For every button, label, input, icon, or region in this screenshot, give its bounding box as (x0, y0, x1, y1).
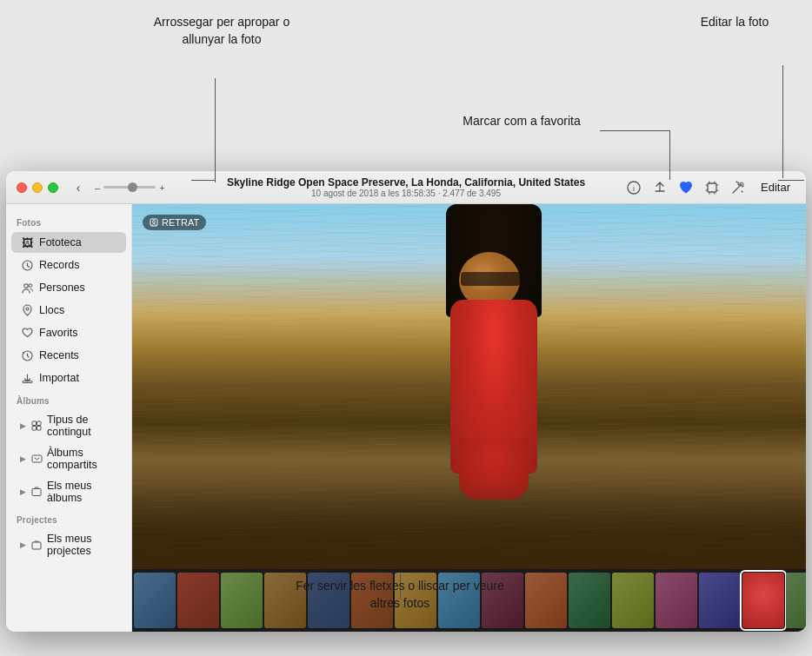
thumbnail-3[interactable] (221, 573, 263, 628)
share-icon[interactable] (651, 179, 669, 196)
sidebar-label-favorits: Favorits (39, 327, 77, 339)
sidebar-label-importat: Importat (39, 372, 79, 384)
sidebar-item-records[interactable]: Records (11, 255, 126, 275)
svg-rect-16 (32, 542, 41, 549)
llocs-icon (20, 303, 34, 317)
zoom-minus-icon[interactable]: – (95, 182, 100, 193)
favorite-icon[interactable] (677, 179, 695, 196)
sidebar-item-compartits[interactable]: ▶ Àlbums compartits (11, 443, 126, 474)
enhance-icon[interactable] (729, 179, 747, 196)
svg-rect-2 (708, 183, 716, 192)
sidebar-label-recents: Recents (39, 349, 79, 361)
photo-subtitle: 10 agost de 2018 a les 18:58:35 · 2.477 … (227, 189, 585, 198)
svg-point-18 (153, 221, 156, 223)
sidebar-item-meus-projectes[interactable]: ▶ Els meus projectes (11, 529, 126, 560)
thumbnail-14[interactable] (699, 573, 741, 628)
records-icon (20, 258, 34, 272)
chevron-icon-tipus: ▶ (20, 421, 26, 430)
sidebar-item-persones[interactable]: Persones (11, 277, 126, 298)
portrait-label: RETRAT (162, 217, 199, 228)
title-bar: ‹ – + Skyline Ridge Open Space Preserve,… (6, 171, 806, 204)
thumbnail-16[interactable] (786, 573, 806, 628)
minimize-button[interactable] (32, 182, 43, 193)
svg-rect-11 (37, 421, 42, 426)
sidebar-item-meus-albums[interactable]: ▶ Els meus àlbums (11, 476, 126, 507)
importat-icon (20, 371, 34, 385)
svg-point-5 (23, 283, 28, 288)
sidebar-section-fotos: Fotos (6, 211, 131, 231)
thumbnail-13[interactable] (656, 573, 697, 628)
photo-info: Skyline Ridge Open Space Preserve, La Ho… (227, 176, 585, 198)
sidebar-item-tipus[interactable]: ▶ Tipus de contingut (11, 410, 126, 441)
edit-button[interactable]: Editar (755, 179, 795, 195)
thumbnail-2[interactable] (177, 573, 219, 628)
sidebar-item-recents[interactable]: Recents (11, 345, 126, 366)
main-content: Fotos 🖼 Fototeca Records Persones (6, 204, 806, 632)
thumbnail-9[interactable] (482, 573, 523, 628)
edit-annotation-label: Editar la foto (678, 14, 791, 31)
main-photo-container[interactable]: RETRAT (132, 204, 806, 569)
portrait-badge: RETRAT (143, 215, 206, 230)
projectes-icon (30, 538, 43, 552)
chevron-icon-meus-albums: ▶ (20, 487, 26, 496)
thumbnail-10[interactable] (525, 573, 567, 628)
thumbnail-5[interactable] (308, 573, 349, 628)
thumbnail-11[interactable] (569, 573, 610, 628)
chevron-icon-projectes: ▶ (20, 540, 26, 549)
thumbnail-strip[interactable] (132, 569, 806, 632)
photo-title: Skyline Ridge Open Space Preserve, La Ho… (227, 176, 585, 189)
meus-albums-icon (30, 485, 43, 499)
thumbnail-12[interactable] (612, 573, 654, 628)
photo-area: RETRAT (132, 204, 806, 632)
back-arrow[interactable]: ‹ (70, 180, 86, 195)
woman-figure (398, 204, 607, 500)
sidebar-label-meus-projectes: Els meus projectes (47, 533, 117, 557)
sidebar-label-llocs: Llocs (39, 304, 64, 316)
zoom-plus-icon[interactable]: + (159, 182, 164, 193)
rotate-crop-icon[interactable] (703, 179, 721, 196)
thumbnail-15[interactable] (742, 573, 784, 628)
svg-rect-13 (37, 427, 42, 431)
chevron-icon-compartits: ▶ (20, 454, 26, 463)
thumbnail-8[interactable] (438, 573, 480, 628)
sidebar: Fotos 🖼 Fototeca Records Persones (6, 204, 132, 632)
sunglasses (461, 272, 520, 286)
tipus-icon (30, 419, 43, 433)
sidebar-section-albums: Àlbums (6, 389, 131, 409)
info-icon[interactable]: i (625, 179, 642, 196)
sidebar-section-projectes: Projectes (6, 508, 131, 528)
svg-rect-12 (32, 427, 37, 431)
thumbnail-1[interactable] (134, 573, 176, 628)
app-window: ‹ – + Skyline Ridge Open Space Preserve,… (6, 171, 806, 632)
sidebar-label-records: Records (39, 259, 80, 271)
sidebar-item-llocs[interactable]: Llocs (11, 300, 126, 321)
zoom-track[interactable] (103, 186, 156, 189)
svg-rect-10 (32, 421, 37, 426)
sidebar-item-fototeca[interactable]: 🖼 Fototeca (11, 232, 126, 253)
zoom-thumb[interactable] (128, 182, 137, 192)
thumbnail-6[interactable] (351, 573, 393, 628)
sidebar-item-importat[interactable]: Importat (11, 368, 126, 388)
foreground-shadow (132, 482, 806, 569)
sidebar-label-fototeca: Fototeca (39, 236, 82, 248)
favorite-annotation-label: Marcar com a favorita (443, 113, 600, 130)
zoom-annotation-label: Arrossegar per apropar o allunyar la fot… (152, 14, 291, 48)
traffic-lights (6, 182, 58, 193)
thumbnail-4[interactable] (264, 573, 306, 628)
sidebar-label-compartits: Àlbums compartits (47, 447, 117, 471)
sidebar-item-favorits[interactable]: Favorits (11, 322, 126, 343)
maximize-button[interactable] (48, 182, 58, 193)
zoom-slider[interactable]: – + (95, 182, 165, 193)
svg-rect-14 (32, 455, 42, 462)
sidebar-label-meus-albums: Els meus àlbums (47, 480, 117, 504)
thumbnail-7[interactable] (395, 573, 436, 628)
fototeca-icon: 🖼 (20, 235, 34, 249)
recents-icon (20, 348, 34, 362)
favorits-icon (20, 326, 34, 340)
svg-text:i: i (633, 184, 635, 193)
nav-controls: ‹ – + (58, 180, 165, 195)
svg-point-7 (26, 308, 29, 310)
svg-point-6 (29, 283, 32, 287)
persones-icon (20, 281, 34, 295)
close-button[interactable] (17, 182, 27, 193)
